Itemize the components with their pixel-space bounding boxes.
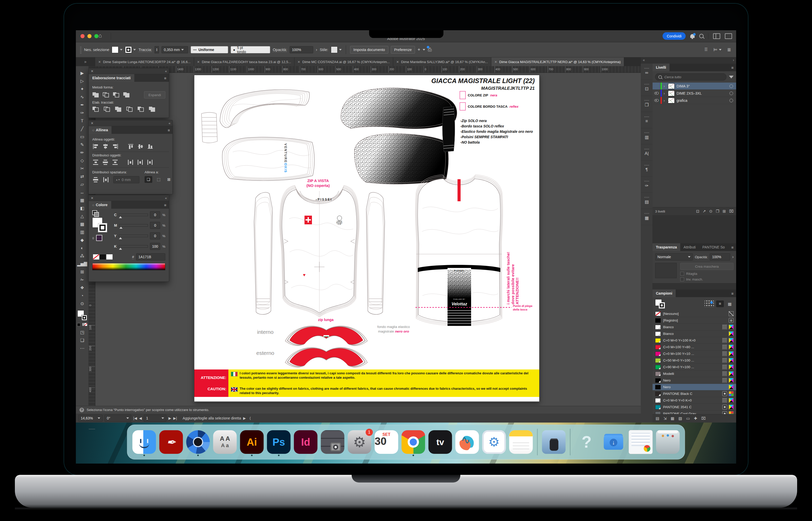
layer-expand-chevron[interactable]: › bbox=[664, 98, 665, 103]
close-tab-icon[interactable]: ✕ bbox=[494, 60, 497, 64]
align-to-artboard-icon[interactable]: ❏ bbox=[144, 176, 152, 183]
dock-app-icon[interactable] bbox=[602, 430, 625, 454]
align-right-icon[interactable] bbox=[112, 143, 119, 150]
dock-item[interactable] bbox=[602, 430, 625, 454]
make-mask-button[interactable]: Crea maschera bbox=[680, 263, 734, 270]
search-icon[interactable] bbox=[699, 34, 703, 38]
fill-color-picker[interactable] bbox=[112, 46, 122, 53]
tool-button[interactable]: ◆ bbox=[78, 236, 87, 244]
tool-button[interactable]: △ bbox=[78, 212, 87, 220]
side-panel-right-piece[interactable] bbox=[366, 192, 385, 314]
selection-tools-menu[interactable]: ⌖ bbox=[418, 47, 425, 52]
swatch-row[interactable]: C=0 M=100 Y=10 ... bbox=[653, 350, 736, 357]
swatch-row[interactable]: C=0 M=0 Y=100 K=0 bbox=[653, 337, 736, 344]
tool-button[interactable]: ▶ bbox=[78, 69, 87, 77]
minus-back-icon[interactable] bbox=[149, 107, 155, 112]
spacing-value-field[interactable]: ▲▼0 mm bbox=[113, 176, 139, 183]
brush-dropdown[interactable]: ●5 pt tondo bbox=[231, 46, 270, 53]
zoom-level-dropdown[interactable]: 14,63% bbox=[78, 414, 102, 422]
prev-artboard-icon[interactable]: ◀ bbox=[139, 416, 142, 420]
expand-dock-icon[interactable]: › bbox=[733, 58, 734, 62]
fill-stroke-proxy[interactable] bbox=[77, 310, 87, 320]
color-proxy-area[interactable]: ⬨ bbox=[92, 210, 108, 241]
distribute-top-icon[interactable] bbox=[92, 159, 99, 165]
close-tab-icon[interactable]: ✕ bbox=[298, 60, 300, 64]
chest-yoke-piece[interactable]: VENTUREOXIS bbox=[222, 137, 314, 181]
color-button[interactable] bbox=[77, 323, 80, 326]
swatch-chip[interactable] bbox=[655, 345, 661, 349]
channel-value-field[interactable]: 0 bbox=[150, 222, 160, 229]
tool-button[interactable]: ✑ bbox=[78, 109, 87, 117]
gradient-button[interactable] bbox=[81, 323, 84, 326]
dock-app-icon[interactable]: ✒ bbox=[159, 430, 183, 454]
slider-thumb[interactable] bbox=[119, 237, 122, 239]
layer-visibility-toggle[interactable] bbox=[653, 90, 660, 97]
panel-dock-icon[interactable]: ¶ bbox=[641, 160, 653, 177]
front-jersey-piece[interactable] bbox=[280, 185, 359, 317]
swatches-footer-icon[interactable]: ▭ bbox=[686, 416, 690, 421]
panel-menu-icon[interactable]: ≡ bbox=[729, 64, 736, 71]
stroke-profile-dropdown[interactable]: —Uniforme bbox=[191, 46, 228, 53]
stroke-label[interactable]: Traccia: bbox=[138, 47, 152, 52]
tab-pantone[interactable]: PANTONE So bbox=[699, 243, 728, 251]
document-tab[interactable]: ✕ Dime Giacca FALZAREGOHY tasca bassa 23… bbox=[194, 58, 295, 66]
layer-thumbnail[interactable] bbox=[668, 98, 675, 103]
align-vcenter-icon[interactable] bbox=[137, 143, 144, 150]
dock-app-icon[interactable] bbox=[186, 430, 210, 454]
panel-dock-icon[interactable]: ∞ bbox=[641, 64, 653, 80]
back-jersey-piece[interactable]: PISSEI FUELLED BY Velottaz bbox=[416, 175, 512, 326]
slider-thumb[interactable] bbox=[119, 216, 122, 218]
layer-name[interactable]: DIME 2XS–3XL bbox=[677, 91, 702, 95]
draw-mode-icon[interactable]: ◳ bbox=[78, 329, 87, 336]
more-tools-icon[interactable]: ⋯ bbox=[78, 344, 87, 352]
layers-footer-icon[interactable]: ❐ bbox=[716, 209, 719, 213]
share-button[interactable]: Condividi bbox=[663, 32, 686, 40]
collapse-panel-icon[interactable]: « bbox=[165, 196, 167, 200]
dock-app-icon[interactable] bbox=[656, 430, 680, 454]
tool-button[interactable]: ▂▅▇ bbox=[78, 260, 87, 268]
tool-button[interactable]: ❖ bbox=[78, 284, 87, 292]
tool-button[interactable]: ⁂ bbox=[78, 252, 87, 260]
panel-menu-icon[interactable]: ≡ bbox=[161, 201, 169, 209]
align-bottom-icon[interactable] bbox=[147, 143, 154, 150]
layers-search-input[interactable]: Cerca tutto bbox=[655, 73, 726, 81]
dock-item[interactable]: ⚙ bbox=[482, 430, 506, 454]
panel-menu-icon[interactable]: ≡ bbox=[729, 243, 736, 251]
dock-app-icon[interactable]: Ps bbox=[267, 430, 291, 454]
tab-align[interactable]: ◇Allinea bbox=[89, 126, 112, 134]
swatch-chip[interactable] bbox=[655, 318, 661, 323]
drag-grip[interactable] bbox=[80, 46, 82, 53]
dock-item[interactable]: SET 30 bbox=[375, 430, 398, 454]
tool-button[interactable]: ✒ bbox=[78, 101, 87, 109]
document-tab[interactable]: ✕ Dime MC COSTANZA4.ai @ 16,67 % (CMYK/A… bbox=[295, 58, 393, 66]
swatch-row[interactable]: C=90 M=0 Y=100 ... bbox=[653, 364, 736, 370]
align-hcenter-icon[interactable] bbox=[102, 143, 109, 150]
list-icon[interactable]: ≣ bbox=[727, 47, 731, 52]
canvas[interactable]: VENTUREOXIS bbox=[95, 73, 641, 406]
hint-expand-icon[interactable]: ▶ bbox=[243, 416, 246, 420]
dock-app-icon[interactable]: ⚙ bbox=[482, 430, 506, 454]
dock-app-icon[interactable] bbox=[537, 429, 538, 455]
swatch-chip[interactable] bbox=[655, 312, 661, 316]
panel-dock-icon[interactable]: ❐ bbox=[641, 96, 653, 112]
swatch-chip[interactable] bbox=[655, 378, 661, 383]
tab-overflow-chevrons[interactable]: » bbox=[76, 58, 95, 66]
dock-app-icon[interactable] bbox=[509, 430, 533, 454]
stroke-stepper[interactable]: ▲▼ bbox=[155, 46, 159, 53]
dock-app-icon[interactable] bbox=[629, 430, 653, 454]
quick-swatches[interactable] bbox=[93, 254, 113, 260]
channel-value-field[interactable]: 0 bbox=[150, 232, 160, 240]
swatch-chip[interactable] bbox=[655, 358, 661, 363]
dock-item[interactable]: ⚙ 1 bbox=[348, 430, 371, 454]
distribute-left-icon[interactable] bbox=[127, 159, 134, 165]
channel-track[interactable] bbox=[119, 224, 148, 227]
exclude-icon[interactable] bbox=[123, 92, 130, 98]
sleeve-band-right-piece[interactable] bbox=[341, 88, 457, 129]
cuff-strip-piece[interactable] bbox=[202, 113, 217, 143]
tool-button[interactable]: ⊙ bbox=[78, 300, 87, 308]
opacity-field[interactable]: 100% bbox=[289, 46, 313, 53]
panel-dock-icon[interactable]: ✑ bbox=[641, 177, 653, 193]
dock-item[interactable] bbox=[456, 430, 479, 454]
unite-icon[interactable] bbox=[92, 92, 99, 98]
import-icon[interactable]: ⎙ bbox=[428, 47, 432, 52]
